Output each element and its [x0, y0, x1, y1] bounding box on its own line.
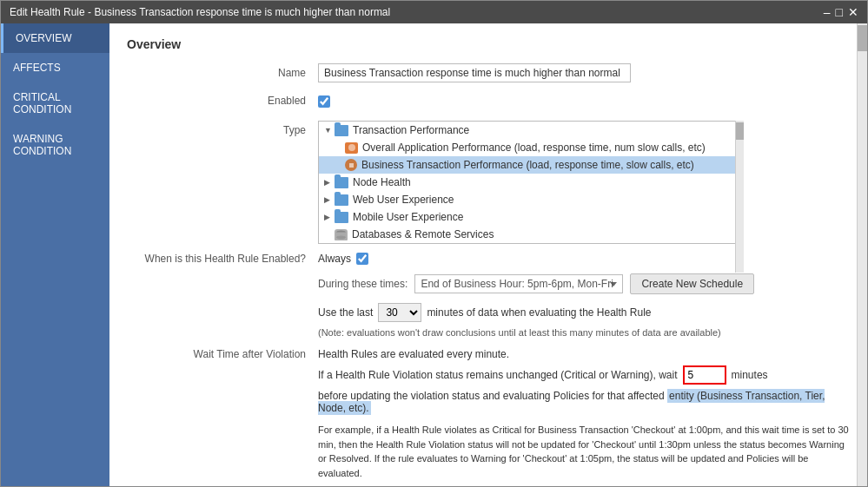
main-scrollbar[interactable]: [857, 23, 867, 486]
sidebar-item-warning[interactable]: WARNING CONDITION: [1, 124, 109, 166]
tree-item-mobile-user-exp[interactable]: ▶ Mobile User Experience: [319, 208, 743, 226]
sidebar-item-critical[interactable]: CRITICAL CONDITION: [1, 82, 109, 124]
wait-input[interactable]: [683, 365, 726, 385]
tree-label: Overall Application Performance (load, r…: [362, 141, 706, 154]
type-scrollbar[interactable]: [735, 121, 744, 273]
svg-point-3: [336, 235, 346, 239]
tree-label: Transaction Performance: [353, 124, 469, 136]
wait-label: Wait Time after Violation: [127, 348, 318, 360]
main-scrollbar-thumb: [858, 25, 867, 51]
name-label: Name: [127, 63, 318, 79]
tree-item-node-health[interactable]: ▶ Node Health: [319, 174, 743, 191]
wait-time-row: Wait Time after Violation Health Rules a…: [127, 348, 850, 480]
enabled-label: Enabled: [127, 91, 318, 107]
folder-icon: [335, 177, 348, 188]
tree-item-bt-performance[interactable]: Business Transaction Performance (load, …: [319, 156, 743, 174]
enabled-checkbox-wrapper: [318, 91, 850, 112]
wait-line1: Health Rules are evaluated every minute.: [318, 348, 850, 360]
wait-suffix: minutes: [732, 369, 768, 381]
when-enabled-label: When is this Health Rule Enabled?: [127, 253, 318, 265]
db-icon: [335, 229, 348, 240]
wait-line3: before updating the violation status and…: [318, 390, 850, 414]
svg-point-0: [348, 144, 355, 151]
tree-item-web-user-exp[interactable]: ▶ Web User Experience: [319, 191, 743, 208]
during-label: During these times:: [318, 278, 407, 290]
enabled-content: [318, 91, 850, 112]
bt-icon: [345, 159, 357, 171]
tree-item-transaction-performance[interactable]: ▼ Transaction Performance: [319, 122, 743, 139]
close-button[interactable]: ✕: [848, 6, 858, 18]
arrow-icon: ▶: [324, 195, 335, 204]
folder-icon: [335, 212, 348, 223]
type-selector-inner[interactable]: ▼ Transaction Performance: [319, 122, 743, 243]
type-selector-wrapper: ▼ Transaction Performance: [318, 121, 744, 244]
main-window: Edit Health Rule - Business Transaction …: [0, 0, 868, 487]
example-block: For example, if a Health Rule violates a…: [318, 423, 850, 480]
tree-label: Business Transaction Performance (load, …: [361, 159, 694, 171]
use-last-suffix: minutes of data when evaluating the Heal…: [427, 306, 651, 319]
page-title: Overview: [127, 37, 850, 51]
name-content: [318, 63, 850, 82]
main-content: Overview Name Enabled Type: [109, 23, 867, 486]
during-times-dropdown[interactable]: End of Business Hour: 5pm-6pm, Mon-Fri: [414, 274, 623, 293]
name-input[interactable]: [318, 63, 631, 82]
create-schedule-button[interactable]: Create New Schedule: [630, 273, 754, 294]
tree-label: Web User Experience: [353, 194, 454, 206]
window-title: Edit Health Rule - Business Transaction …: [10, 6, 390, 18]
use-last-select[interactable]: 30 15 60: [378, 303, 421, 322]
scrollbar-thumb: [736, 122, 744, 140]
type-content: ▼ Transaction Performance: [318, 121, 850, 244]
type-row: Type ▼ Transaction Performance: [127, 121, 850, 244]
minimize-button[interactable]: –: [824, 6, 831, 18]
always-checkbox[interactable]: [356, 253, 368, 265]
type-label: Type: [127, 121, 318, 136]
tree-label: Node Health: [353, 176, 411, 188]
app-icon: [345, 142, 358, 154]
arrow-icon: ▼: [324, 126, 335, 135]
name-row: Name: [127, 63, 850, 82]
wait-line2: If a Health Rule Violation status remain…: [318, 365, 850, 385]
sidebar: OVERVIEW AFFECTS CRITICAL CONDITION WARN…: [1, 23, 109, 486]
wait-content: Health Rules are evaluated every minute.…: [318, 348, 850, 480]
during-times-row: During these times: End of Business Hour…: [318, 273, 850, 294]
tree-label: Mobile User Experience: [353, 211, 463, 223]
type-selector: ▼ Transaction Performance: [318, 121, 744, 244]
sidebar-item-affects[interactable]: AFFECTS: [1, 53, 109, 82]
use-last-row: Use the last 30 15 60 minutes of data wh…: [318, 303, 850, 322]
body: OVERVIEW AFFECTS CRITICAL CONDITION WARN…: [1, 23, 867, 486]
tree-item-databases[interactable]: Databases & Remote Services: [319, 226, 743, 243]
arrow-icon: ▶: [324, 178, 335, 187]
tree-label: Databases & Remote Services: [352, 228, 494, 240]
highlighted-entity: entity (Business Transaction, Tier, Node…: [318, 389, 825, 415]
note-text: (Note: evaluations won't draw conclusion…: [318, 327, 850, 338]
title-bar-controls: – □ ✕: [824, 6, 858, 18]
always-text: Always: [318, 253, 351, 265]
example-text: For example, if a Health Rule violates a…: [318, 423, 850, 480]
folder-icon: [335, 125, 348, 136]
use-last-prefix: Use the last: [318, 306, 373, 319]
enabled-checkbox[interactable]: [318, 95, 330, 108]
title-bar: Edit Health Rule - Business Transaction …: [1, 1, 867, 23]
arrow-icon: ▶: [324, 213, 335, 221]
wait-prefix: If a Health Rule Violation status remain…: [318, 369, 678, 381]
enabled-row: Enabled: [127, 91, 850, 112]
folder-icon: [335, 194, 348, 206]
tree-item-overall-app[interactable]: Overall Application Performance (load, r…: [319, 139, 743, 156]
sidebar-item-overview[interactable]: OVERVIEW: [1, 23, 109, 53]
expand-button[interactable]: □: [836, 6, 843, 18]
